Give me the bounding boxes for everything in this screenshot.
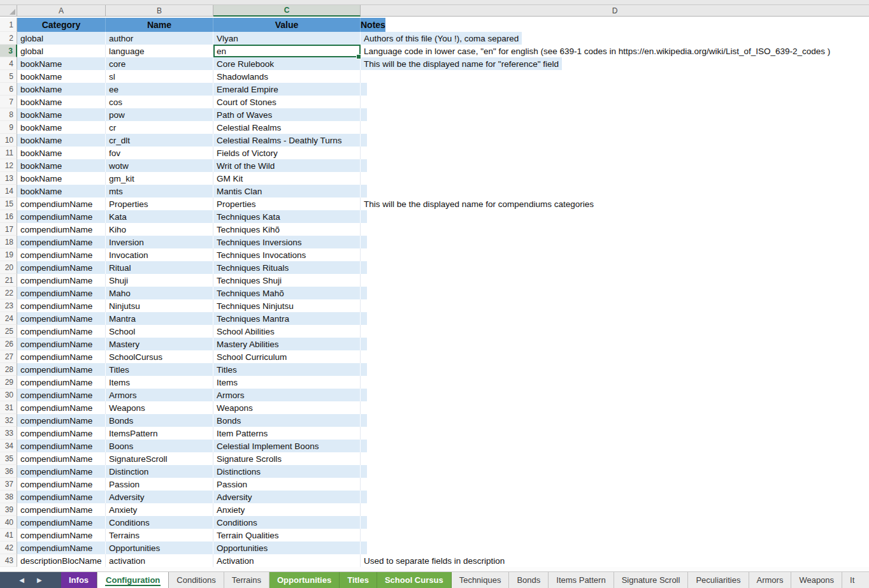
cell-d24[interactable] [361,312,367,325]
cell-a4[interactable]: bookName [17,57,106,70]
cell-c18[interactable]: Techniques Inversions [213,236,361,248]
cell-c26[interactable]: Mastery Abilities [213,338,361,350]
row-number[interactable]: 15 [0,197,17,210]
row-number[interactable]: 22 [0,287,17,299]
cell-b27[interactable]: SchoolCursus [106,350,213,363]
cell-c9[interactable]: Celestial Realms [213,121,361,134]
cell-b41[interactable]: Terrains [106,529,213,541]
sheet-nav-right-icon[interactable]: ▶ [37,577,42,584]
cell-c41[interactable]: Terrain Qualities [213,529,361,541]
cell-c11[interactable]: Fields of Victory [213,147,361,159]
cell-c7[interactable]: Court of Stones [213,96,361,108]
sheet-tab-configuration[interactable]: Configuration [97,572,169,588]
sheet-tab-armors[interactable]: Armors [749,572,792,588]
cell-b7[interactable]: cos [106,96,213,108]
cell-b40[interactable]: Conditions [106,516,213,529]
header-cell-d[interactable]: Notes [361,18,385,32]
select-all-corner[interactable] [0,5,17,17]
row-number[interactable]: 32 [0,414,17,427]
cell-a16[interactable]: compendiumName [17,210,106,223]
sheet-nav-left-icon[interactable]: ◀ [19,577,24,584]
cell-a18[interactable]: compendiumName [17,236,106,248]
row-number[interactable]: 40 [0,516,17,529]
cell-c20[interactable]: Techniques Rituals [213,261,361,274]
cell-c39[interactable]: Anxiety [213,503,361,516]
cell-d26[interactable] [361,338,367,350]
sheet-tab-school-cursus[interactable]: School Cursus [377,572,452,588]
cell-b2[interactable]: author [106,32,213,45]
row-number[interactable]: 17 [0,223,17,236]
cell-c33[interactable]: Item Patterns [213,427,361,440]
row-number[interactable]: 19 [0,248,17,261]
cell-a3[interactable]: global [17,45,106,57]
cell-d9[interactable] [361,121,367,134]
cell-c12[interactable]: Writ of the Wild [213,159,361,172]
cell-c28[interactable]: Titles [213,363,361,376]
row-number[interactable]: 7 [0,96,17,108]
column-header-c[interactable]: C [213,5,361,17]
cell-d18[interactable] [361,236,367,248]
cell-d12[interactable] [361,159,367,172]
cell-a30[interactable]: compendiumName [17,389,106,401]
cell-b6[interactable]: ee [106,83,213,96]
cell-a27[interactable]: compendiumName [17,350,106,363]
cell-d17[interactable] [361,223,367,236]
cell-d13[interactable] [361,172,367,185]
cell-b38[interactable]: Adversity [106,491,213,503]
cell-a8[interactable]: bookName [17,108,106,121]
cell-d31[interactable] [361,401,367,414]
column-header-a[interactable]: A [17,5,106,17]
cell-d7[interactable] [361,96,367,108]
cell-a17[interactable]: compendiumName [17,223,106,236]
cell-c8[interactable]: Path of Waves [213,108,361,121]
column-header-d[interactable]: D [361,5,869,17]
cell-d43[interactable]: Used to separate fields in description [361,554,508,567]
cell-a32[interactable]: compendiumName [17,414,106,427]
cell-a34[interactable]: compendiumName [17,440,106,452]
row-number[interactable]: 37 [0,478,17,491]
cell-b32[interactable]: Bonds [106,414,213,427]
cell-d10[interactable] [361,134,367,147]
cell-b36[interactable]: Distinction [106,465,213,478]
cell-a41[interactable]: compendiumName [17,529,106,541]
cell-c2[interactable]: Vlyan [213,32,361,45]
cell-a9[interactable]: bookName [17,121,106,134]
cell-b26[interactable]: Mastery [106,338,213,350]
cell-b8[interactable]: pow [106,108,213,121]
cell-c14[interactable]: Mantis Clan [213,185,361,197]
cell-d33[interactable] [361,427,367,440]
cell-d5[interactable] [361,70,367,83]
sheet-tab-bonds[interactable]: Bonds [509,572,549,588]
row-number[interactable]: 5 [0,70,17,83]
sheet-tab-signature-scroll[interactable]: Signature Scroll [614,572,689,588]
row-number[interactable]: 33 [0,427,17,440]
cell-c24[interactable]: Techniques Mantra [213,312,361,325]
cell-a40[interactable]: compendiumName [17,516,106,529]
cell-c27[interactable]: School Curriculum [213,350,361,363]
row-number[interactable]: 2 [0,32,17,45]
cell-d38[interactable] [361,491,367,503]
row-number[interactable]: 39 [0,503,17,516]
sheet-tab-it[interactable]: It [842,572,869,588]
cell-a21[interactable]: compendiumName [17,274,106,287]
row-number[interactable]: 9 [0,121,17,134]
cell-a11[interactable]: bookName [17,147,106,159]
row-number[interactable]: 24 [0,312,17,325]
cell-b30[interactable]: Armors [106,389,213,401]
row-number[interactable]: 28 [0,363,17,376]
cell-d40[interactable] [361,516,367,529]
cell-c6[interactable]: Emerald Empire [213,83,361,96]
cell-d23[interactable] [361,299,367,312]
cell-b13[interactable]: gm_kit [106,172,213,185]
cell-c13[interactable]: GM Kit [213,172,361,185]
row-number[interactable]: 35 [0,452,17,465]
cell-d15[interactable]: This will be the displayed name for comp… [361,197,597,210]
cell-c32[interactable]: Bonds [213,414,361,427]
cell-b23[interactable]: Ninjutsu [106,299,213,312]
cell-a37[interactable]: compendiumName [17,478,106,491]
cell-d34[interactable] [361,440,367,452]
cell-b43[interactable]: activation [106,554,213,567]
cell-c5[interactable]: Shadowlands [213,70,361,83]
cell-d35[interactable] [361,452,367,465]
cell-a33[interactable]: compendiumName [17,427,106,440]
